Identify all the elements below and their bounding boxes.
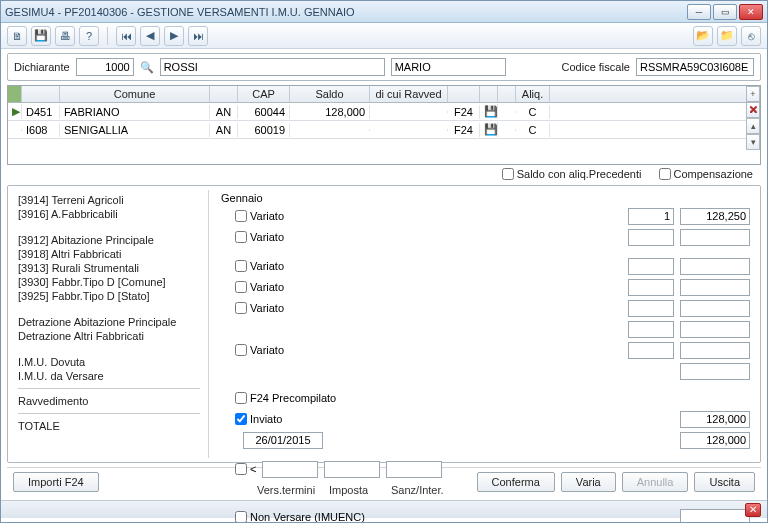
disk-icon[interactable]: 💾 [480,122,498,137]
minimize-button[interactable]: ─ [687,4,711,20]
declarer-code-input[interactable] [76,58,134,76]
status-close-icon[interactable]: ✕ [745,503,761,517]
list-item: [3918] Altri Fabbricati [18,248,200,260]
list-item: Detrazione Altri Fabbricati [18,330,200,342]
gennaio-header: Gennaio [221,192,750,204]
nav-first-icon[interactable]: ⏮ [116,26,136,46]
close-button[interactable]: ✕ [739,4,763,20]
nav-prev-icon[interactable]: ◀ [140,26,160,46]
lt-checkbox[interactable]: < [235,463,256,475]
compensazione-checkbox[interactable]: Compensazione [659,168,754,180]
print-icon[interactable]: 🖶 [55,26,75,46]
col-saldo[interactable]: Saldo [290,86,370,102]
col-aliq[interactable]: Aliq. [516,86,550,102]
table-row[interactable]: ▶ D451 FABRIANO AN 60044 128,000 F24 💾 C [8,103,760,121]
list-item: I.M.U. Dovuta [18,356,200,368]
count-field: 1 [628,208,674,225]
list-item: Detrazione Abitazione Principale [18,316,200,328]
conferma-button[interactable]: Conferma [477,472,555,492]
comuni-grid: Comune CAP Saldo di cui Ravved Aliq. ▶ D… [7,85,761,165]
variato-checkbox[interactable]: Variato [235,281,284,293]
category-list: [3914] Terreni Agricoli [3916] A.Fabbric… [14,190,209,458]
col-comune[interactable]: Comune [60,86,210,102]
new-icon[interactable]: 🗎 [7,26,27,46]
declarer-label: Dichiarante [14,61,70,73]
surname-input[interactable] [160,58,385,76]
date-value: 128,000 [680,432,750,449]
grid-remove-button[interactable]: 🗙 [746,102,760,118]
list-item: [3914] Terreni Agricoli [18,194,200,206]
variato-checkbox[interactable]: Variato [235,260,284,272]
declarer-panel: Dichiarante 🔍 Codice fiscale [7,53,761,81]
list-item: [3916] A.Fabbricabili [18,208,200,220]
variato-checkbox[interactable]: Variato [235,344,284,356]
fiscal-label: Codice fiscale [562,61,630,73]
nav-last-icon[interactable]: ⏭ [188,26,208,46]
nav-next-icon[interactable]: ▶ [164,26,184,46]
save-icon[interactable]: 💾 [31,26,51,46]
importi-f24-button[interactable]: Importi F24 [13,472,99,492]
variato-checkbox[interactable]: Variato [235,231,284,243]
list-item: [3925] Fabbr.Tipo D [Stato] [18,290,200,302]
list-item: I.M.U. da Versare [18,370,200,382]
variato-checkbox[interactable]: Variato [235,210,284,222]
disk-icon[interactable]: 💾 [480,104,498,119]
maximize-button[interactable]: ▭ [713,4,737,20]
date-field[interactable]: 26/01/2015 [243,432,323,449]
folder-icon[interactable]: 📁 [717,26,737,46]
grid-scroll-up[interactable]: ▴ [746,118,760,134]
variato-checkbox[interactable]: Variato [235,302,284,314]
title-bar: GESIMU4 - PF20140306 - GESTIONE VERSAMEN… [1,1,767,23]
grid-scroll-down[interactable]: ▾ [746,134,760,150]
non-versare-checkbox[interactable]: Non Versare (IMUENC) [235,511,365,523]
table-row[interactable]: I608 SENIGALLIA AN 60019 F24 💾 C [8,121,760,139]
saldo-precedenti-checkbox[interactable]: Saldo con aliq.Precedenti [502,168,642,180]
detail-panel: [3914] Terreni Agricoli [3916] A.Fabbric… [7,185,761,463]
list-item: [3930] Fabbr.Tipo D [Comune] [18,276,200,288]
list-item: [3913] Rurali Strumentali [18,262,200,274]
window-title: GESIMU4 - PF20140306 - GESTIONE VERSAMEN… [5,6,355,18]
list-item: TOTALE [18,420,200,432]
inviato-value: 128,000 [680,411,750,428]
folder-open-icon[interactable]: 📂 [693,26,713,46]
toolbar-separator [107,27,108,45]
exit-icon[interactable]: ⎋ [741,26,761,46]
uscita-button[interactable]: Uscita [694,472,755,492]
inviato-checkbox[interactable]: Inviato [235,413,282,425]
f24-precompilato-checkbox[interactable]: F24 Precompilato [235,392,336,404]
fiscal-code-field [636,58,754,76]
help-icon[interactable]: ? [79,26,99,46]
list-item: [3912] Abitazione Principale [18,234,200,246]
options-row: Saldo con aliq.Precedenti Compensazione [7,165,761,185]
toolbar: 🗎 💾 🖶 ? ⏮ ◀ ▶ ⏭ 📂 📁 ⎋ [1,23,767,49]
grid-add-button[interactable]: + [746,86,760,102]
value-field: 128,250 [680,208,750,225]
lookup-icon[interactable]: 🔍 [140,61,154,74]
col-ravved[interactable]: di cui Ravved [370,86,448,102]
name-input[interactable] [391,58,506,76]
col-cap[interactable]: CAP [238,86,290,102]
list-item: Ravvedimento [18,395,200,407]
annulla-button: Annulla [622,472,689,492]
varia-button[interactable]: Varia [561,472,616,492]
gennaio-column: Gennaio Variato1128,250 Variato Variato … [213,190,754,458]
